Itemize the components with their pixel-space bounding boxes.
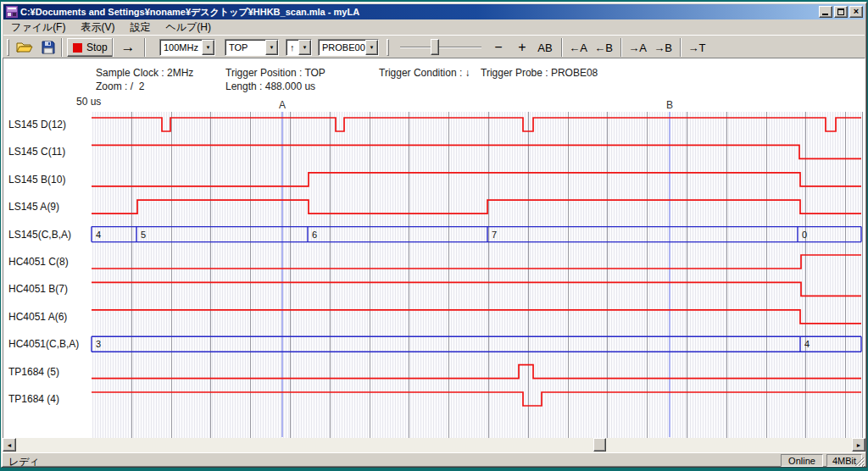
set-marker-b-button[interactable]: →B xyxy=(651,38,675,57)
goto-trigger-button[interactable]: →T xyxy=(685,38,709,57)
goto-marker-a-button[interactable]: ←A xyxy=(566,38,590,57)
title-bar[interactable]: C:¥Documents and Settings¥noname¥デスクトップ¥… xyxy=(3,4,865,19)
signal-label: HC4051 B(7) xyxy=(8,282,68,296)
maximize-icon xyxy=(837,8,844,15)
stop-icon xyxy=(73,43,82,53)
close-button[interactable]: × xyxy=(849,6,863,18)
scroll-right-button[interactable]: ► xyxy=(852,438,865,452)
window-title: C:¥Documents and Settings¥noname¥デスクトップ¥… xyxy=(20,6,817,19)
signal-label: HC4051 A(6) xyxy=(8,310,67,324)
scrollbar-thumb[interactable] xyxy=(593,438,606,452)
trigger-position-combo[interactable]: TOP ▼ xyxy=(225,39,279,56)
trigger-probe-info: Trigger Probe : PROBE08 xyxy=(481,67,598,79)
save-floppy-icon xyxy=(42,41,55,54)
sample-clock-combo[interactable]: 100MHz ▼ xyxy=(159,39,215,56)
trigger-probe-value: PROBE00 xyxy=(319,40,365,55)
status-bar: レディ Online 4MBit xyxy=(3,452,865,467)
run-button[interactable]: → xyxy=(117,38,139,57)
signal-label: TP1684 (5) xyxy=(8,365,59,379)
toolbar-grip[interactable] xyxy=(7,39,9,56)
trigger-probe-combo[interactable]: PROBE00 ▼ xyxy=(318,39,379,56)
signal-label: LS145(C,B,A) xyxy=(8,228,71,241)
horizontal-scrollbar[interactable]: ◄ ► xyxy=(3,438,865,452)
app-window: C:¥Documents and Settings¥noname¥デスクトップ¥… xyxy=(1,2,867,468)
stop-label: Stop xyxy=(86,42,108,53)
plot-grid xyxy=(92,112,863,438)
zoom-out-button[interactable]: − xyxy=(488,38,509,57)
toolbar-grip[interactable] xyxy=(387,39,389,56)
toolbar-separator xyxy=(680,38,682,57)
zoom-info: Zoom : / 2 xyxy=(96,80,144,92)
goto-marker-b-button[interactable]: ←B xyxy=(592,38,615,57)
signal-label: HC4051(C,B,A) xyxy=(8,337,79,351)
open-folder-icon xyxy=(16,41,33,54)
app-icon xyxy=(6,6,18,18)
toolbar: Stop → 100MHz ▼ TOP ▼ ↑ ▼ PROBE00 ▼ − + … xyxy=(3,35,865,58)
length-info: Length : 488.000 us xyxy=(225,80,315,92)
zoom-in-button[interactable]: + xyxy=(512,38,532,57)
scroll-left-icon: ◄ xyxy=(7,442,13,448)
chevron-down-icon[interactable]: ▼ xyxy=(202,40,214,55)
menu-settings[interactable]: 設定 xyxy=(122,19,158,36)
trigger-edge-combo[interactable]: ↑ ▼ xyxy=(286,39,312,56)
trigger-position-info: Trigger Position : TOP xyxy=(225,67,326,79)
trigger-edge-value: ↑ xyxy=(287,40,298,55)
toolbar-separator xyxy=(112,38,114,57)
stop-button[interactable]: Stop xyxy=(67,38,114,57)
sample-clock-info: Sample Clock : 2MHz xyxy=(96,67,193,79)
signal-label: LS145 C(11) xyxy=(8,145,65,158)
maximize-button[interactable] xyxy=(834,6,848,18)
toolbar-separator xyxy=(61,38,63,57)
time-division-label: 50 us xyxy=(76,96,101,108)
menu-help[interactable]: ヘルプ(H) xyxy=(158,19,219,36)
close-icon: × xyxy=(850,6,862,16)
menu-file[interactable]: ファイル(F) xyxy=(3,19,73,36)
signal-label: LS145 B(10) xyxy=(8,173,65,186)
trigger-condition-info: Trigger Condition : ↓ xyxy=(379,67,470,79)
set-marker-a-button[interactable]: →A xyxy=(626,38,649,57)
minimize-icon xyxy=(822,14,828,15)
chevron-down-icon[interactable]: ▼ xyxy=(365,40,378,55)
trigger-position-value: TOP xyxy=(225,40,265,55)
scroll-right-icon: ► xyxy=(856,442,862,448)
toolbar-separator xyxy=(561,38,563,57)
status-online-badge: Online xyxy=(781,454,823,467)
signal-label: HC4051 C(8) xyxy=(8,255,69,269)
chevron-down-icon[interactable]: ▼ xyxy=(298,40,311,55)
sample-clock-value: 100MHz xyxy=(160,40,202,55)
status-ready-text: レディ xyxy=(8,455,40,469)
ab-range-button[interactable]: AB xyxy=(534,38,556,57)
toolbar-separator xyxy=(620,38,622,57)
signal-label: LS145 D(12) xyxy=(8,118,66,131)
chevron-down-icon[interactable]: ▼ xyxy=(265,40,278,55)
menu-bar: ファイル(F) 表示(V) 設定 ヘルプ(H) xyxy=(3,20,865,35)
menu-view[interactable]: 表示(V) xyxy=(73,19,122,36)
signal-label: TP1684 (4) xyxy=(8,392,59,406)
zoom-slider-thumb[interactable] xyxy=(431,39,439,55)
resize-grip[interactable] xyxy=(854,456,865,467)
signal-label: LS145 A(9) xyxy=(8,200,59,213)
scroll-left-button[interactable]: ◄ xyxy=(3,438,16,452)
open-file-button[interactable] xyxy=(14,37,36,58)
save-file-button[interactable] xyxy=(37,37,59,58)
waveform-panel: Sample Clock : 2MHz Trigger Position : T… xyxy=(3,58,865,440)
toolbar-separator xyxy=(144,38,146,57)
minimize-button[interactable] xyxy=(819,6,832,18)
zoom-slider-track[interactable] xyxy=(400,47,481,48)
